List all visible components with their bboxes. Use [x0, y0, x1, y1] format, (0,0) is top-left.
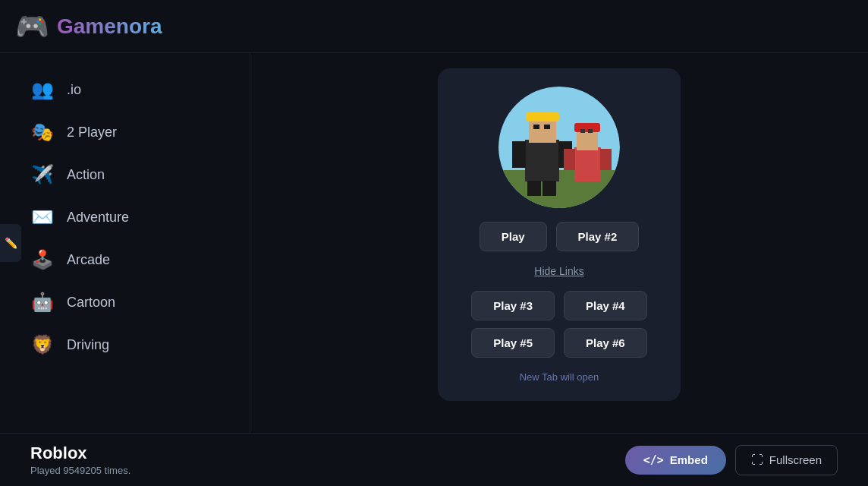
sidebar-label-io: .io — [67, 82, 81, 98]
play-row-5-6: Play #5 Play #6 — [462, 328, 656, 358]
play-buttons-grid: Play #3 Play #4 Play #5 Play #6 — [462, 291, 656, 358]
svg-rect-11 — [542, 181, 556, 196]
svg-rect-18 — [600, 149, 612, 170]
main-layout: ✏️ 👥 .io 🎭 2 Player ✈️ Action ✉️ Adventu… — [0, 53, 868, 433]
svg-rect-7 — [544, 125, 550, 129]
driving-icon: 🦁 — [30, 334, 55, 355]
sidebar-label-arcade: Arcade — [67, 252, 110, 268]
svg-rect-5 — [526, 112, 559, 122]
sidebar-label-adventure: Adventure — [67, 210, 129, 226]
embed-button[interactable]: </> Embed — [625, 446, 726, 475]
logo: 🎮 Gamenora — [15, 11, 162, 43]
svg-rect-15 — [580, 129, 585, 133]
sidebar-label-action: Action — [67, 167, 105, 183]
game-thumbnail — [498, 87, 620, 208]
pencil-icon: ✏️ — [5, 237, 17, 249]
logo-text: Gamenora — [57, 14, 162, 39]
sidebar-item-two-player[interactable]: 🎭 2 Player — [0, 111, 250, 153]
svg-rect-13 — [577, 129, 598, 150]
svg-rect-17 — [564, 149, 575, 170]
two-player-icon: 🎭 — [30, 122, 55, 143]
play2-button[interactable]: Play #2 — [556, 222, 640, 251]
embed-label: Embed — [670, 453, 708, 466]
footer-game-plays: Played 9549205 times. — [30, 465, 610, 476]
logo-icon: 🎮 — [15, 11, 49, 43]
hide-links[interactable]: Hide Links — [534, 265, 583, 277]
content-area: Play Play #2 Hide Links Play #3 Play #4 … — [250, 53, 868, 433]
sidebar-item-cartoon[interactable]: 🤖 Cartoon — [0, 281, 250, 323]
footer: Roblox Played 9549205 times. </> Embed ⛶… — [0, 433, 868, 486]
sidebar-item-arcade[interactable]: 🕹️ Arcade — [0, 238, 250, 281]
fullscreen-label: Fullscreen — [769, 453, 822, 466]
play6-button[interactable]: Play #6 — [564, 328, 647, 358]
pencil-tab[interactable]: ✏️ — [0, 224, 21, 262]
sidebar-item-action[interactable]: ✈️ Action — [0, 153, 250, 196]
sidebar-item-adventure[interactable]: ✉️ Adventure — [0, 196, 250, 238]
svg-rect-6 — [533, 125, 539, 129]
play5-button[interactable]: Play #5 — [471, 328, 555, 358]
svg-rect-12 — [574, 147, 601, 181]
sidebar-label-two-player: 2 Player — [67, 125, 117, 140]
sidebar-item-io[interactable]: 👥 .io — [0, 68, 250, 111]
action-icon: ✈️ — [30, 164, 55, 185]
svg-rect-4 — [529, 118, 556, 143]
sidebar-label-cartoon: Cartoon — [67, 295, 115, 311]
sidebar: ✏️ 👥 .io 🎭 2 Player ✈️ Action ✉️ Adventu… — [0, 53, 250, 433]
svg-rect-14 — [574, 123, 600, 132]
svg-rect-16 — [588, 129, 593, 133]
new-tab-notice: New Tab will open — [520, 371, 599, 383]
adventure-icon: ✉️ — [30, 207, 55, 228]
play-button[interactable]: Play — [480, 222, 547, 251]
footer-game-title: Roblox — [30, 443, 610, 463]
arcade-icon: 🕹️ — [30, 249, 55, 270]
svg-rect-3 — [525, 140, 559, 181]
play3-button[interactable]: Play #3 — [471, 291, 555, 320]
game-card: Play Play #2 Hide Links Play #3 Play #4 … — [438, 68, 681, 401]
io-icon: 👥 — [30, 79, 55, 100]
footer-actions: </> Embed ⛶ Fullscreen — [625, 445, 838, 475]
sidebar-item-driving[interactable]: 🦁 Driving — [0, 323, 250, 366]
play-buttons-primary: Play Play #2 — [480, 222, 640, 251]
svg-rect-10 — [527, 181, 541, 196]
footer-game-info: Roblox Played 9549205 times. — [30, 443, 610, 476]
fullscreen-icon: ⛶ — [751, 453, 763, 467]
svg-rect-8 — [512, 141, 526, 168]
header: 🎮 Gamenora — [0, 0, 868, 53]
embed-code-icon: </> — [643, 453, 664, 467]
play4-button[interactable]: Play #4 — [564, 291, 647, 320]
cartoon-icon: 🤖 — [30, 292, 55, 313]
fullscreen-button[interactable]: ⛶ Fullscreen — [735, 445, 838, 475]
sidebar-label-driving: Driving — [67, 337, 109, 353]
play-row-3-4: Play #3 Play #4 — [462, 291, 656, 320]
